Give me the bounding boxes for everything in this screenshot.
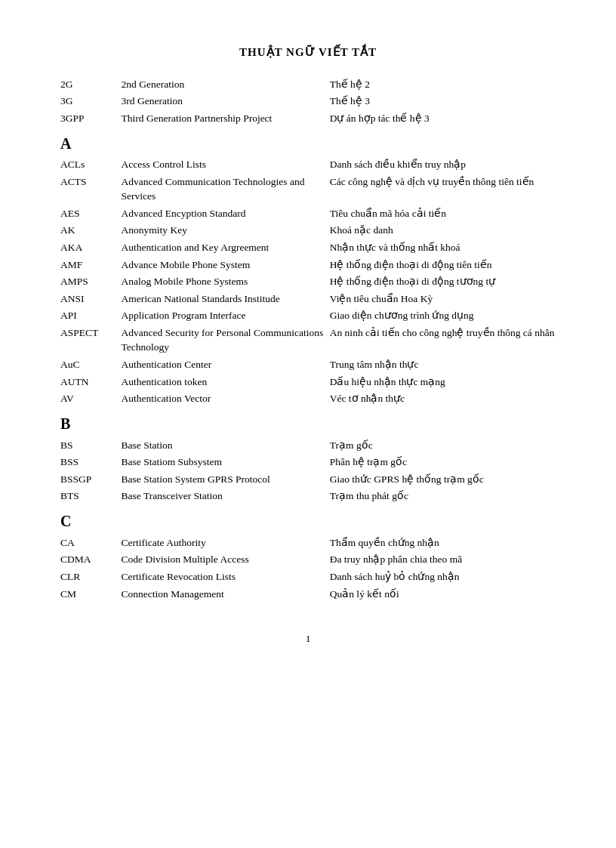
english-cell: Certificate Authority [122,534,330,551]
vietnamese-cell: Trung tâm nhận thực [330,356,556,373]
vietnamese-cell: Dấu hiệu nhận thực mạng [330,373,556,390]
table-row: CMConnection ManagementQuản lý kết nối [60,585,556,603]
table-row: APIApplication Program InterfaceGiao diệ… [60,307,556,325]
english-cell: Connection Management [122,585,330,603]
abbr-cell: CM [60,585,122,603]
english-cell: 2nd Generation [122,76,330,93]
table-row: ACTSAdvanced Communication Technologies … [60,173,556,205]
abbr-cell: BTS [60,488,122,505]
page-number: 1 [60,633,556,645]
table-row: 2G2nd GenerationThế hệ 2 [60,76,556,93]
english-cell: Authentication token [122,373,330,390]
vietnamese-cell: Đa truy nhập phân chia theo mã [330,551,556,569]
abbr-cell: AKA [60,239,122,257]
english-cell: Advanced Communication Technologies and … [122,173,330,205]
abbr-cell: CA [60,534,122,551]
abbr-cell: AUTN [60,373,122,390]
table-row: 3G3rd GenerationThế hệ 3 [60,93,556,110]
abbr-cell: AES [60,205,122,222]
english-cell: American National Standards Institude [122,290,330,307]
section-header-row: B [60,407,556,436]
vietnamese-cell: Viện tiêu chuẩn Hoa Kỳ [330,290,556,307]
vietnamese-cell: Tiêu chuẩn mã hóa cải tiến [330,205,556,222]
page-title: THUẬT NGỮ VIẾT TẮT [60,45,556,59]
english-cell: Authentication Center [122,356,330,373]
abbr-cell: CLR [60,569,122,586]
vietnamese-cell: Giao diện chương trình ứng dụng [330,307,556,325]
vietnamese-cell: Danh sách huỷ bỏ chứng nhận [330,569,556,586]
vietnamese-cell: Trạm gốc [330,436,556,454]
english-cell: Base Transceiver Station [122,488,330,505]
abbr-cell: 3GPP [60,109,122,127]
table-row: ANSIAmerican National Standards Institud… [60,290,556,307]
english-cell: Third Generation Partnership Project [122,109,330,127]
vietnamese-cell: Các công nghệ và dịch vụ truyền thông ti… [330,173,556,205]
table-row: BSBase StationTrạm gốc [60,436,556,454]
vietnamese-cell: Thẩm quyền chứng nhận [330,534,556,551]
vietnamese-cell: An ninh cải tiến cho công nghệ truyền th… [330,324,556,356]
section-header: A [60,127,556,156]
vietnamese-cell: Véc tơ nhận thực [330,390,556,408]
vietnamese-cell: Khoá nặc danh [330,222,556,239]
abbr-cell: 3G [60,93,122,110]
table-row: 3GPPThird Generation Partnership Project… [60,109,556,127]
table-row: AuCAuthentication CenterTrung tâm nhận t… [60,356,556,373]
english-cell: Certificate Revocation Lists [122,569,330,586]
abbr-cell: API [60,307,122,325]
abbr-cell: BSS [60,454,122,471]
abbr-cell: AuC [60,356,122,373]
vietnamese-cell: Nhận thực và thống nhất khoá [330,239,556,257]
table-row: BSSBase Statiom SubsystemPhân hệ trạm gố… [60,454,556,471]
english-cell: Authentication and Key Argreement [122,239,330,257]
vietnamese-cell: Thế hệ 3 [330,93,556,110]
english-cell: Code Division Multiple Access [122,551,330,569]
abbr-cell: AMPS [60,273,122,291]
english-cell: Authentication Vector [122,390,330,408]
table-row: ASPECTAdvanced Security for Personal Com… [60,324,556,356]
glossary-table: 2G2nd GenerationThế hệ 23G3rd Generation… [60,76,556,603]
english-cell: 3rd Generation [122,93,330,110]
section-header-row: A [60,127,556,156]
english-cell: Advanced Encyption Standard [122,205,330,222]
table-row: CDMACode Division Multiple AccessĐa truy… [60,551,556,569]
table-row: CLRCertificate Revocation ListsDanh sách… [60,569,556,586]
english-cell: Base Station System GPRS Protocol [122,470,330,488]
english-cell: Base Statiom Subsystem [122,454,330,471]
section-header: C [60,504,556,534]
vietnamese-cell: Phân hệ trạm gốc [330,454,556,471]
abbr-cell: ANSI [60,290,122,307]
table-row: BSSGPBase Station System GPRS ProtocolGi… [60,470,556,488]
section-header: B [60,407,556,436]
vietnamese-cell: Quản lý kết nối [330,585,556,603]
vietnamese-cell: Danh sách điều khiển truy nhập [330,156,556,174]
table-row: AVAuthentication VectorVéc tơ nhận thực [60,390,556,408]
english-cell: Anonymity Key [122,222,330,239]
abbr-cell: BSSGP [60,470,122,488]
table-row: AMPSAnalog Mobile Phone SystemsHệ thống … [60,273,556,291]
table-row: AKAAuthentication and Key ArgreementNhận… [60,239,556,257]
table-row: AMFAdvance Mobile Phone SystemHệ thống đ… [60,256,556,273]
abbr-cell: BS [60,436,122,454]
vietnamese-cell: Thế hệ 2 [330,76,556,93]
english-cell: Analog Mobile Phone Systems [122,273,330,291]
abbr-cell: AV [60,390,122,408]
vietnamese-cell: Hệ thống điện thoại di động tiên tiến [330,256,556,273]
section-header-row: C [60,504,556,534]
table-row: AUTNAuthentication tokenDấu hiệu nhận th… [60,373,556,390]
table-row: CACertificate AuthorityThẩm quyền chứng … [60,534,556,551]
english-cell: Base Station [122,436,330,454]
english-cell: Advance Mobile Phone System [122,256,330,273]
vietnamese-cell: Hệ thống điện thoại di động tương tự [330,273,556,291]
vietnamese-cell: Giao thức GPRS hệ thống trạm gốc [330,470,556,488]
abbr-cell: ACLs [60,156,122,174]
abbr-cell: AMF [60,256,122,273]
table-row: BTSBase Transceiver StationTrạm thu phát… [60,488,556,505]
vietnamese-cell: Dự án hợp tác thế hệ 3 [330,109,556,127]
table-row: AESAdvanced Encyption StandardTiêu chuẩn… [60,205,556,222]
vietnamese-cell: Trạm thu phát gốc [330,488,556,505]
table-row: AKAnonymity KeyKhoá nặc danh [60,222,556,239]
abbr-cell: 2G [60,76,122,93]
abbr-cell: CDMA [60,551,122,569]
english-cell: Advanced Security for Personal Communica… [122,324,330,356]
table-row: ACLsAccess Control ListsDanh sách điều k… [60,156,556,174]
